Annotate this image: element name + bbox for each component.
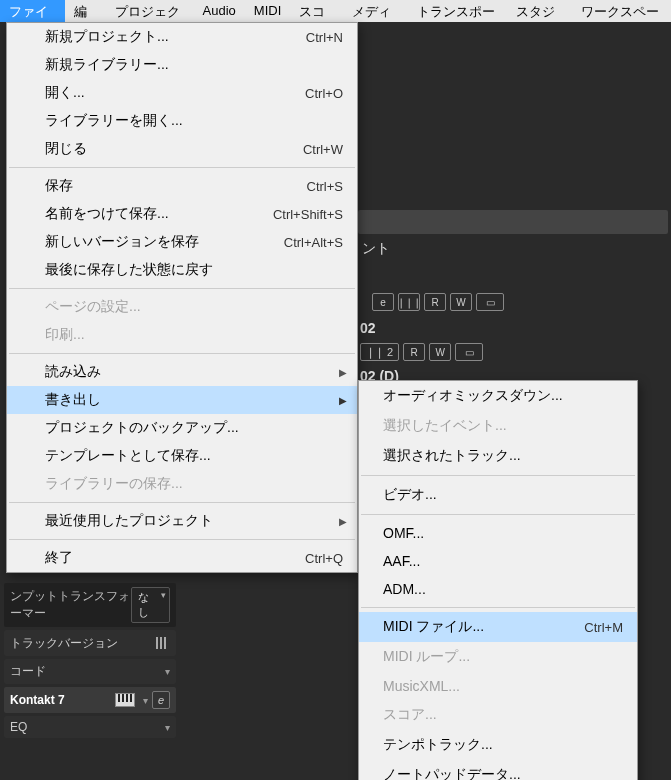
menubar-item-スコア[interactable]: スコア xyxy=(290,0,343,22)
menubar-item-スタジオ[interactable]: スタジオ xyxy=(507,0,572,22)
menubar-item-メディア[interactable]: メディア xyxy=(343,0,408,22)
menu-item[interactable]: 最後に保存した状態に戻す xyxy=(7,256,357,284)
menu-item-shortcut: Ctrl+Shift+S xyxy=(273,207,343,222)
menu-item-label: 閉じる xyxy=(45,140,303,158)
menu-item-label: ノートパッドデータ... xyxy=(383,766,623,780)
edit-icon[interactable]: e xyxy=(372,293,394,311)
track-versions-label: トラックバージョン xyxy=(10,635,118,652)
read-automation-icon[interactable]: R xyxy=(403,343,425,361)
menu-item[interactable]: 新規ライブラリー... xyxy=(7,51,357,79)
submenu-arrow-icon: ▶ xyxy=(339,367,347,378)
menu-item-label: 新規ライブラリー... xyxy=(45,56,343,74)
sliders-icon xyxy=(152,634,170,652)
menu-item-label: 開く... xyxy=(45,84,305,102)
menubar-item-プロジェクト[interactable]: プロジェクト xyxy=(106,0,194,22)
menu-item: 選択したイベント... xyxy=(359,411,637,441)
track2-buttons: ❘❘ 2 R W ▭ xyxy=(360,343,483,361)
read-automation-icon[interactable]: R xyxy=(424,293,446,311)
menu-item-label: 終了 xyxy=(45,549,305,567)
menu-item: 印刷... xyxy=(7,321,357,349)
menu-item[interactable]: AAF... xyxy=(359,547,637,575)
menubar-item-ファイル[interactable]: ファイル xyxy=(0,0,65,22)
chevron-down-icon: ▾ xyxy=(165,722,170,733)
menu-item-shortcut: Ctrl+O xyxy=(305,86,343,101)
menu-item: MusicXML... xyxy=(359,672,637,700)
menubar-item-audio[interactable]: Audio xyxy=(194,0,245,22)
meter-icon[interactable]: ▭ xyxy=(476,293,504,311)
menu-item[interactable]: テンプレートとして保存... xyxy=(7,442,357,470)
menu-item[interactable]: オーディオミックスダウン... xyxy=(359,381,637,411)
menubar-item-ワークスペース[interactable]: ワークスペース xyxy=(572,0,671,22)
instrument-row[interactable]: Kontakt 7 ▾ e xyxy=(4,687,176,713)
bars-icon[interactable]: ❘❘❘ xyxy=(398,293,420,311)
input-transformer-select[interactable]: なし xyxy=(131,587,170,623)
submenu-arrow-icon: ▶ xyxy=(339,516,347,527)
menu-item-label: テンポトラック... xyxy=(383,736,623,754)
menubar-item-編集[interactable]: 編集 xyxy=(65,0,106,22)
menubar-item-midi[interactable]: MIDI xyxy=(245,0,290,22)
menu-item[interactable]: 閉じるCtrl+W xyxy=(7,135,357,163)
bg-strip xyxy=(358,210,668,234)
menu-item-label: 選択したイベント... xyxy=(383,417,623,435)
write-automation-icon[interactable]: W xyxy=(450,293,472,311)
write-automation-icon[interactable]: W xyxy=(429,343,451,361)
menu-item: スコア... xyxy=(359,700,637,730)
menu-item-label: ライブラリーを開く... xyxy=(45,112,343,130)
track1-buttons: e ❘❘❘ R W ▭ xyxy=(372,293,504,311)
file-menu: 新規プロジェクト...Ctrl+N新規ライブラリー...開く...Ctrl+Oラ… xyxy=(6,22,358,573)
menu-item-label: 名前をつけて保存... xyxy=(45,205,273,223)
menu-item[interactable]: プロジェクトのバックアップ... xyxy=(7,414,357,442)
edit-instrument-icon[interactable]: e xyxy=(152,691,170,709)
menu-item[interactable]: ビデオ... xyxy=(359,480,637,510)
eq-label: EQ xyxy=(10,720,27,734)
menu-item-label: 最近使用したプロジェクト xyxy=(45,512,343,530)
eq-row[interactable]: EQ ▾ xyxy=(4,716,176,738)
menu-item-label: ページの設定... xyxy=(45,298,343,316)
submenu-arrow-icon: ▶ xyxy=(339,395,347,406)
menu-item-label: 読み込み xyxy=(45,363,343,381)
track-number: ❘❘ 2 xyxy=(360,343,399,361)
menu-item[interactable]: 名前をつけて保存...Ctrl+Shift+S xyxy=(7,200,357,228)
menu-item[interactable]: 選択されたトラック... xyxy=(359,441,637,471)
menu-item-label: OMF... xyxy=(383,525,623,541)
menu-item-label: ビデオ... xyxy=(383,486,623,504)
menu-item-label: ADM... xyxy=(383,581,623,597)
menubar-item-トランスポート[interactable]: トランスポート xyxy=(408,0,507,22)
menu-item[interactable]: テンポトラック... xyxy=(359,730,637,760)
menubar: ファイル編集プロジェクトAudioMIDIスコアメディアトランスポートスタジオワ… xyxy=(0,0,671,22)
menu-item[interactable]: 新規プロジェクト...Ctrl+N xyxy=(7,23,357,51)
menu-item[interactable]: 新しいバージョンを保存Ctrl+Alt+S xyxy=(7,228,357,256)
menu-item-label: 保存 xyxy=(45,177,307,195)
menu-item[interactable]: 最近使用したプロジェクト▶ xyxy=(7,507,357,535)
menu-item[interactable]: ライブラリーを開く... xyxy=(7,107,357,135)
meter-icon[interactable]: ▭ xyxy=(455,343,483,361)
menu-item-label: 印刷... xyxy=(45,326,343,344)
menu-item[interactable]: 読み込み▶ xyxy=(7,358,357,386)
menu-item[interactable]: ノートパッドデータ... xyxy=(359,760,637,780)
track-versions-row[interactable]: トラックバージョン xyxy=(4,630,176,656)
menu-item-shortcut: Ctrl+S xyxy=(307,179,343,194)
menu-item[interactable]: 開く...Ctrl+O xyxy=(7,79,357,107)
menu-item[interactable]: MIDI ファイル...Ctrl+M xyxy=(359,612,637,642)
menu-item-label: スコア... xyxy=(383,706,623,724)
menu-item-shortcut: Ctrl+Alt+S xyxy=(284,235,343,250)
chord-row[interactable]: コード ▾ xyxy=(4,659,176,684)
menu-item-label: ライブラリーの保存... xyxy=(45,475,343,493)
menu-item: ライブラリーの保存... xyxy=(7,470,357,498)
track1-name: 02 xyxy=(360,320,376,336)
instrument-name: Kontakt 7 xyxy=(10,693,65,707)
menu-item-label: MIDI ファイル... xyxy=(383,618,584,636)
menu-item-shortcut: Ctrl+M xyxy=(584,620,623,635)
menu-item-label: MusicXML... xyxy=(383,678,623,694)
menu-item[interactable]: OMF... xyxy=(359,519,637,547)
inspector-panel: ンプットトランスフォーマー なし トラックバージョン コード ▾ Kontakt… xyxy=(0,580,180,741)
menu-item: ページの設定... xyxy=(7,293,357,321)
menu-item[interactable]: 保存Ctrl+S xyxy=(7,172,357,200)
piano-icon xyxy=(115,693,135,707)
menu-item-label: テンプレートとして保存... xyxy=(45,447,343,465)
menu-item[interactable]: 書き出し▶ xyxy=(7,386,357,414)
menu-item[interactable]: ADM... xyxy=(359,575,637,603)
menu-item-shortcut: Ctrl+Q xyxy=(305,551,343,566)
menu-item-label: 新規プロジェクト... xyxy=(45,28,306,46)
menu-item[interactable]: 終了Ctrl+Q xyxy=(7,544,357,572)
